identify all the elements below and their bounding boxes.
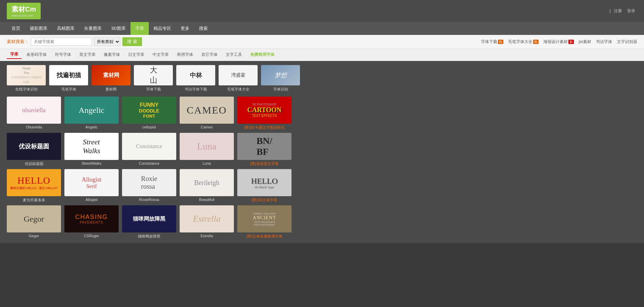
font-label-luna: Luna (203, 161, 211, 165)
font-label-allogist: Allogist (85, 198, 97, 202)
quicklink-sucai[interactable]: 素材网 素材网 (92, 65, 130, 92)
quicklink-brush-label: 毛笔字体 (61, 87, 76, 92)
font-label-bnbf: [荐]花体英文字母 (250, 161, 278, 166)
quicklink-dream[interactable]: 梦想 字体识别 (261, 65, 300, 92)
nav-item-photo[interactable]: 摄影图库 (25, 22, 52, 35)
font-item-gegor[interactable]: Gegor Gegor (7, 205, 61, 239)
font-label-hello: 麦当劳薯条体 (23, 198, 45, 203)
logo-text: 素材Cm (12, 5, 36, 13)
subnav-symbol[interactable]: 符号字体 (52, 51, 75, 59)
quicklink-dream-label: 字体识别 (273, 87, 288, 92)
link-poster[interactable]: 海报设计素材新 (543, 39, 574, 45)
logo: 素材Cm www.sccnn.com (7, 3, 41, 19)
nav-item-hq[interactable]: 高精图库 (52, 22, 79, 35)
header: 素材Cm www.sccnn.com | 注册 登录 (0, 0, 644, 22)
quicklink-font-dl-label: 字体下载 (146, 87, 161, 92)
font-label-ancient: [荐]立体金属质感字体 (246, 234, 282, 239)
quicklink-maobi-label: 毛笔字体大全 (227, 87, 249, 92)
font-item-estrella[interactable]: Estrella Estrella (180, 205, 234, 239)
font-item-roxierossa[interactable]: Roxierossa RoxieRossa (122, 169, 176, 203)
nav-item-more[interactable]: 更多 (176, 22, 194, 35)
search-label: 素材搜索： (7, 39, 29, 45)
font-label-cameo: Cameo (201, 125, 213, 129)
quicklink-calligraphy-label: 书法字体下载 (185, 87, 207, 92)
search-button[interactable]: 搜 索 (122, 37, 142, 46)
font-label-estrella: Estrella (201, 234, 213, 238)
font-item-angelic[interactable]: Angelic Angelic (64, 97, 119, 130)
quicklink-sucai-label: 素材网 (105, 87, 117, 92)
font-item-miaomiao[interactable]: 猫咪网故障黑 猫咪网故障黑 (122, 205, 176, 239)
nav-item-vector[interactable]: 矢量图库 (79, 22, 106, 35)
font-row-4: Gegor Gegor CHASING PAVEMENTS CSRoger 猫咪… (7, 205, 637, 239)
quicklinks-row: ThankYouA WONDRITE SERIES FOR 在线字体识别 找遍初… (7, 65, 637, 92)
link-font-download[interactable]: 字体下载热 (481, 39, 503, 45)
font-item-beautifull[interactable]: Berileigh Beautifull (180, 169, 234, 203)
font-label-miaomiao: 猫咪网故障黑 (138, 234, 160, 239)
link-calligraphy[interactable]: 书法字体 (596, 39, 612, 45)
font-item-bnbf[interactable]: BN/BF [荐]花体英文字母 (237, 133, 291, 166)
content-area: ThankYouA WONDRITE SERIES FOR 在线字体识别 找遍初… (0, 61, 644, 243)
nav-item-home[interactable]: 首页 (7, 22, 25, 35)
quicklink-font-dl[interactable]: 大山 字体下载 (134, 65, 173, 92)
font-label-youshe: 优设标题圆 (25, 161, 43, 166)
font-label-streetwalks: StreetWalks (82, 161, 102, 165)
quicklink-font-id[interactable]: ThankYouA WONDRITE SERIES FOR 在线字体识别 (7, 65, 46, 92)
font-item-olsaviella[interactable]: olsaviella Olsaviella (7, 97, 61, 130)
subnav-english[interactable]: 英文字库 (76, 51, 99, 59)
header-links: | 注册 登录 (609, 8, 637, 14)
nav-item-search[interactable]: 搜索 (194, 22, 213, 35)
font-label-gegor: Gegor (29, 234, 39, 238)
quicklink-brush[interactable]: 找遍初描 毛笔字体 (49, 65, 88, 92)
link-brush-font[interactable]: 毛笔字体大全热 (508, 39, 539, 45)
register-link[interactable]: 注册 (614, 8, 622, 13)
font-item-cameo[interactable]: CAMEO Cameo (180, 97, 234, 130)
main-nav: 首页 摄影图库 高精图库 矢量图库 3D图库 字库 精品专区 更多 搜索 (0, 22, 644, 35)
font-label-cetlopist: cetlopist (142, 125, 156, 129)
font-item-streetwalks[interactable]: StreetWalks StreetWalks (64, 133, 119, 166)
search-bar: 素材搜索： 所有类别 搜 索 字体下载热 毛笔字体大全热 海报设计素材新 ps素… (0, 35, 644, 49)
quicklink-font-id-label: 在线字体识别 (15, 87, 38, 92)
font-item-hello[interactable]: HELLO 哪有在兼职 HELLO - 退出 HELLO? 麦当劳薯条体 (7, 169, 61, 203)
category-select[interactable]: 所有类别 (94, 37, 120, 46)
font-item-ancient[interactable]: CAMEO GALLERY ANCIENT TEXT MOCKUPS FOR P… (237, 205, 291, 239)
font-item-luna[interactable]: Luna Luna (180, 133, 234, 166)
font-label-beautifull: Beautifull (199, 198, 214, 202)
font-item-cartoon[interactable]: 3D PHOTOSHOP CARTOON TEXT EFFECTS [荐]3D卡… (237, 97, 291, 130)
subnav-barcode[interactable]: 条形码字体 (23, 51, 50, 59)
font-item-cetlopist[interactable]: FUNNY DOODLE FONT cetlopist (122, 97, 176, 130)
subnav-chinese[interactable]: 中文字库 (149, 51, 172, 59)
link-ocr[interactable]: 文字识别器 (617, 39, 637, 45)
font-item-consistance[interactable]: Consistance Consistance (122, 133, 176, 166)
header-separator: | (609, 8, 610, 13)
login-link[interactable]: 登录 (627, 8, 635, 13)
font-label-consistance: Consistance (139, 161, 160, 165)
nav-item-fonts[interactable]: 字库 (130, 22, 149, 35)
nav-item-3d[interactable]: 3D图库 (106, 22, 130, 35)
subnav-tools[interactable]: 文字工具 (222, 51, 245, 59)
font-item-youshe[interactable]: 优设标题圆 优设标题圆 (7, 133, 61, 166)
sub-nav: 字库 条形码字体 符号字体 英文字库 像素字体 日文字库 中文字库 商用字体 其… (0, 49, 644, 61)
quicklink-maobi[interactable]: 湾盛宴 毛笔字体大全 (219, 65, 258, 92)
font-item-3dhello[interactable]: HELLO 3D Block Type [荐]3D立体字母 (237, 169, 291, 203)
font-label-angelic: Angelic (85, 125, 98, 129)
subnav-pixel[interactable]: 像素字体 (100, 51, 123, 59)
font-label-cartoon: [荐]3D卡通文字图层样式 (244, 125, 284, 130)
search-input[interactable] (31, 38, 92, 46)
quicklink-calligraphy[interactable]: 中林 书法字体下载 (176, 65, 215, 92)
font-row-3: HELLO 哪有在兼职 HELLO - 退出 HELLO? 麦当劳薯条体 All… (7, 169, 637, 203)
link-ps[interactable]: ps素材 (579, 39, 591, 45)
font-item-allogist[interactable]: Allogist Serif Allogist (64, 169, 119, 203)
font-item-csroger[interactable]: CHASING PAVEMENTS CSRoger (64, 205, 119, 239)
subnav-commercial[interactable]: 商用字体 (174, 51, 197, 59)
subnav-japanese[interactable]: 日文字库 (125, 51, 148, 59)
font-label-roxierossa: RoxieRossa (139, 198, 159, 202)
nav-item-premium[interactable]: 精品专区 (149, 22, 176, 35)
subnav-free[interactable]: 免费商用字体 (247, 51, 278, 59)
font-row-2: 优设标题圆 优设标题圆 StreetWalks StreetWalks Cons… (7, 133, 637, 166)
font-grid: olsaviella Olsaviella Angelic Angelic FU… (7, 97, 637, 239)
subnav-fontlib[interactable]: 字库 (7, 50, 22, 59)
font-label-csroger: CSRoger (84, 234, 99, 238)
font-row-1: olsaviella Olsaviella Angelic Angelic FU… (7, 97, 637, 130)
logo-sub: www.sccnn.com (12, 14, 36, 17)
subnav-other[interactable]: 其它字体 (198, 51, 221, 59)
